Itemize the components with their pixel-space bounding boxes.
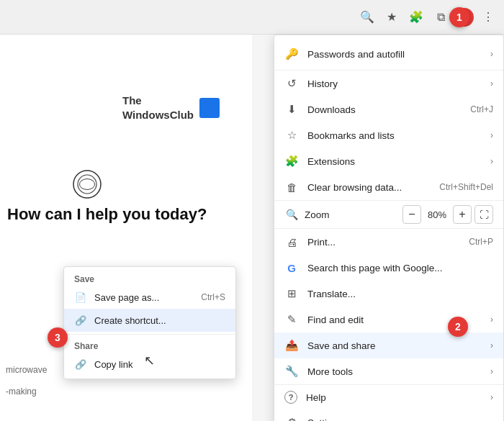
print-label: Print... (307, 237, 460, 248)
save-page-shortcut: Ctrl+S (201, 292, 225, 302)
zoom-icon: 🔍 (284, 207, 299, 222)
zoom-value: 80% (424, 209, 450, 220)
create-shortcut-label: Create shortcut... (94, 315, 225, 326)
zoom-plus-button[interactable]: + (453, 205, 472, 224)
menu-item-history[interactable]: ↺ History › (274, 71, 503, 96)
print-icon: 🖨 (284, 235, 299, 249)
clear-icon: 🗑 (284, 180, 299, 194)
find-edit-arrow: › (490, 314, 493, 325)
badge-2: 2 (448, 317, 468, 337)
zoom-row: 🔍 Zoom − 80% + ⛶ (274, 201, 503, 229)
clear-shortcut: Ctrl+Shift+Del (439, 182, 493, 192)
translate-icon: ⊞ (284, 286, 299, 301)
menu-item-passwords[interactable]: 🔑 Passwords and autofill › (274, 41, 503, 67)
menu-item-help[interactable]: ? Help › (274, 385, 503, 409)
zoom-label: Zoom (305, 209, 397, 220)
history-label: History (307, 78, 482, 89)
page-bottom-text2: -making (0, 384, 79, 399)
menu-item-more-tools[interactable]: 🔧 More tools › (274, 358, 503, 385)
menu-item-save-share[interactable]: 📤 Save and share › (274, 332, 503, 358)
context-section2-label: Share (64, 337, 235, 353)
menu-top-partial: 🔑 Passwords and autofill › (274, 38, 503, 71)
split-icon[interactable]: ⧉ (431, 7, 451, 27)
chatgpt-icon (72, 169, 102, 199)
menu-item-translate[interactable]: ⊞ Translate... (274, 281, 503, 307)
badge-1: 1 (449, 7, 469, 27)
passwords-icon: 🔑 (284, 47, 299, 61)
edge-dropdown-menu: 🔑 Passwords and autofill › ↺ History › ⬇… (274, 35, 504, 421)
more-tools-label: More tools (307, 366, 482, 377)
menu-item-settings[interactable]: ⚙ Settings (274, 409, 503, 421)
zoom-minus-button[interactable]: − (402, 205, 421, 224)
settings-label: Settings (307, 417, 493, 422)
menu-icon[interactable]: ⋮ (478, 7, 498, 27)
cursor-pointer: ↖ (144, 353, 155, 368)
history-icon: ↺ (284, 76, 299, 91)
save-page-icon: 📄 (74, 291, 87, 304)
browser-toolbar: 🔍 ★ 🧩 ⧉ 1 ⋮ (0, 0, 504, 35)
copy-link-label: Copy link (94, 359, 225, 370)
menu-item-bookmarks[interactable]: ☆ Bookmarks and lists › (274, 122, 503, 148)
find-edit-icon: ✎ (284, 312, 299, 327)
bookmarks-arrow: › (490, 130, 493, 140)
copy-link-icon: 🔗 (74, 358, 87, 371)
menu-item-print[interactable]: 🖨 Print... Ctrl+P (274, 229, 503, 255)
save-share-icon: 📤 (284, 338, 299, 353)
extensions-icon: 🧩 (284, 154, 299, 168)
menu-item-downloads[interactable]: ⬇ Downloads Ctrl+J (274, 96, 503, 122)
extensions-label: Extensions (307, 156, 482, 167)
context-item-save-page-as[interactable]: 📄 Save page as... Ctrl+S (64, 286, 235, 309)
site-logo-icon (199, 98, 220, 118)
extension-icon[interactable]: 🧩 (406, 7, 426, 27)
help-arrow: › (490, 392, 493, 402)
save-page-label: Save page as... (94, 292, 194, 303)
bookmarks-icon: ☆ (284, 128, 299, 142)
context-section1-label: Save (64, 270, 235, 286)
menu-item-find-edit[interactable]: ✎ Find and edit › (274, 307, 503, 332)
search-google-label: Search this page with Google... (307, 263, 493, 273)
search-icon[interactable]: 🔍 (357, 7, 377, 27)
help-label: Help (306, 392, 482, 403)
zoom-expand-button[interactable]: ⛶ (474, 205, 493, 224)
bookmark-icon[interactable]: ★ (382, 7, 402, 27)
badge-3: 3 (48, 327, 68, 348)
menu-item-search-google[interactable]: G Search this page with Google... (274, 255, 503, 281)
extensions-arrow: › (490, 156, 493, 166)
save-share-arrow: › (490, 340, 493, 350)
help-icon: ? (284, 391, 297, 404)
page-question: How can I help you today? (7, 205, 209, 224)
more-tools-arrow: › (490, 366, 493, 376)
downloads-icon: ⬇ (284, 102, 299, 117)
downloads-label: Downloads (307, 104, 462, 115)
site-name: TheWindowsClub (122, 94, 194, 122)
google-icon: G (284, 261, 299, 275)
menu-item-clear[interactable]: 🗑 Clear browsing data... Ctrl+Shift+Del (274, 174, 503, 201)
save-share-label: Save and share (307, 340, 482, 351)
bookmarks-label: Bookmarks and lists (307, 130, 482, 141)
create-shortcut-icon: 🔗 (74, 314, 87, 327)
context-divider (64, 334, 235, 335)
menu-item-extensions[interactable]: 🧩 Extensions › (274, 148, 503, 174)
passwords-arrow: › (490, 49, 493, 59)
context-item-create-shortcut[interactable]: 🔗 Create shortcut... (64, 309, 235, 332)
settings-icon: ⚙ (284, 415, 299, 421)
print-shortcut: Ctrl+P (469, 237, 493, 247)
passwords-label: Passwords and autofill (307, 49, 482, 60)
history-arrow: › (490, 78, 493, 89)
zoom-controls: − 80% + ⛶ (402, 205, 493, 224)
translate-label: Translate... (307, 289, 493, 299)
more-tools-icon: 🔧 (284, 364, 299, 379)
downloads-shortcut: Ctrl+J (470, 104, 493, 114)
site-logo-area: TheWindowsClub (122, 94, 220, 122)
clear-label: Clear browsing data... (307, 182, 431, 193)
